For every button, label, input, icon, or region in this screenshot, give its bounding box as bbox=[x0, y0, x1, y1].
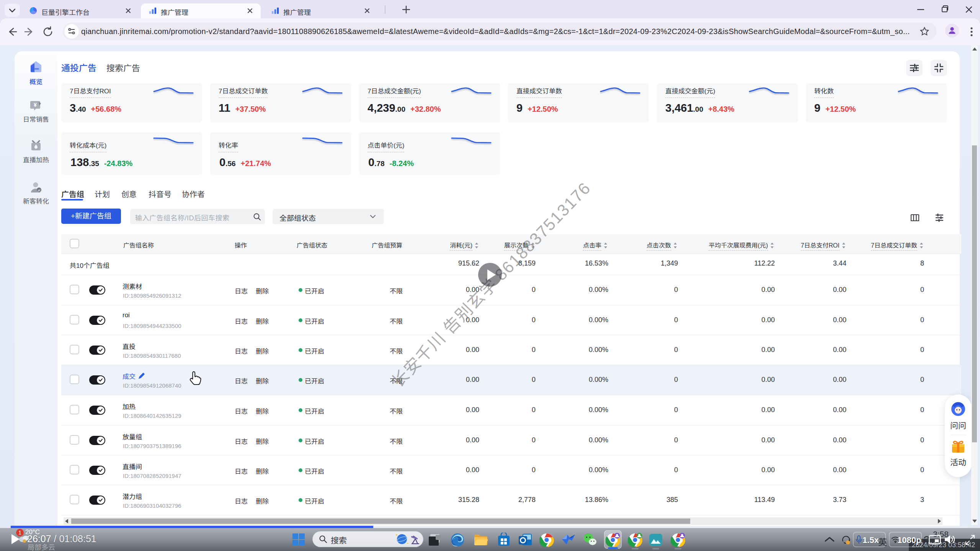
svg-text:¥: ¥ bbox=[34, 102, 37, 108]
svg-text:≓: ≓ bbox=[38, 188, 41, 192]
